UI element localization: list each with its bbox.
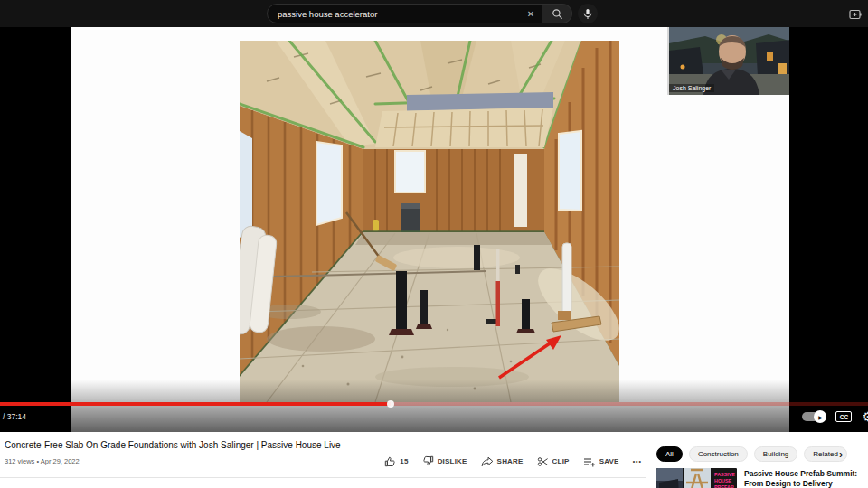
progress-played bbox=[0, 402, 391, 406]
like-count: 15 bbox=[400, 457, 408, 465]
pip-name-label: Josh Salinger bbox=[669, 84, 714, 92]
mic-button[interactable] bbox=[578, 4, 598, 23]
clip-label: CLIP bbox=[552, 457, 570, 465]
chips-overflow-chevron-icon[interactable]: › bbox=[839, 447, 843, 461]
masthead: ✕ bbox=[0, 0, 868, 27]
webcam-overlay: Josh Salinger bbox=[667, 27, 789, 95]
clip-button[interactable]: CLIP bbox=[537, 456, 570, 467]
related-video-title: Passive House Prefab Summit: From Design… bbox=[744, 468, 857, 488]
svg-text:HOUSE: HOUSE bbox=[714, 478, 732, 483]
save-button[interactable]: SAVE bbox=[583, 456, 619, 467]
related-title-line2: From Design to Delivery bbox=[744, 479, 857, 488]
video-meta: 312 views • Apr 29, 2022 bbox=[5, 457, 80, 465]
thumb-down-icon bbox=[422, 455, 434, 467]
related-title-line1: Passive House Prefab Summit: bbox=[744, 469, 857, 479]
save-label: SAVE bbox=[599, 457, 619, 465]
search-icon bbox=[552, 8, 563, 20]
mic-icon bbox=[582, 8, 593, 20]
chip-construction[interactable]: Construction bbox=[689, 446, 748, 462]
like-button[interactable]: 15 bbox=[384, 455, 408, 467]
playlist-add-icon bbox=[583, 456, 596, 467]
chip-building[interactable]: Building bbox=[754, 446, 797, 462]
time-display: / 37:14 bbox=[3, 412, 26, 421]
autoplay-toggle[interactable]: ▶ bbox=[802, 412, 826, 421]
share-label: SHARE bbox=[497, 457, 524, 465]
related-video-item[interactable]: PASSIVE HOUSE PREFAB SUMMIT Passive Hous… bbox=[656, 468, 857, 488]
filter-chips: All Construction Building Related bbox=[656, 446, 847, 462]
presentation-slide: Josh Salinger bbox=[71, 27, 789, 432]
dislike-button[interactable]: DISLIKE bbox=[422, 455, 467, 467]
search-input[interactable] bbox=[268, 9, 520, 19]
settings-gear-icon[interactable]: ⚙ bbox=[862, 410, 868, 423]
related-video-thumbnail[interactable]: PASSIVE HOUSE PREFAB SUMMIT bbox=[656, 468, 737, 488]
video-player[interactable]: Josh Salinger / 37:14 ▶ CC ⚙ bbox=[0, 27, 868, 432]
dislike-label: DISLIKE bbox=[438, 457, 467, 465]
scissors-icon bbox=[537, 456, 549, 467]
more-actions-button[interactable]: ••• bbox=[633, 458, 642, 465]
more-icon: ••• bbox=[633, 458, 642, 465]
search-box[interactable]: ✕ bbox=[267, 4, 542, 23]
add-box-icon[interactable] bbox=[849, 7, 862, 23]
autoplay-play-icon: ▶ bbox=[814, 410, 826, 423]
clear-icon[interactable]: ✕ bbox=[520, 9, 542, 19]
chip-all[interactable]: All bbox=[656, 446, 683, 462]
thumb-up-icon bbox=[384, 455, 396, 467]
player-controls-gradient bbox=[0, 380, 868, 432]
page: { "colors": { "accent_red": "#e62117", "… bbox=[0, 0, 868, 488]
player-right-controls: ▶ CC ⚙ bbox=[802, 410, 868, 423]
search-button[interactable] bbox=[542, 4, 572, 23]
svg-text:PASSIVE: PASSIVE bbox=[714, 472, 735, 477]
share-button[interactable]: SHARE bbox=[481, 456, 524, 467]
progress-scrubber[interactable] bbox=[387, 400, 394, 408]
divider bbox=[0, 477, 646, 478]
action-bar: 15 DISLIKE SHARE CLIP bbox=[384, 455, 642, 467]
captions-button[interactable]: CC bbox=[835, 411, 852, 422]
construction-photo bbox=[240, 41, 619, 402]
progress-bar[interactable] bbox=[0, 402, 868, 406]
svg-text:PREFAB: PREFAB bbox=[714, 484, 734, 488]
video-title: Concrete-Free Slab On Grade Foundations … bbox=[5, 440, 341, 450]
share-icon bbox=[481, 456, 494, 467]
